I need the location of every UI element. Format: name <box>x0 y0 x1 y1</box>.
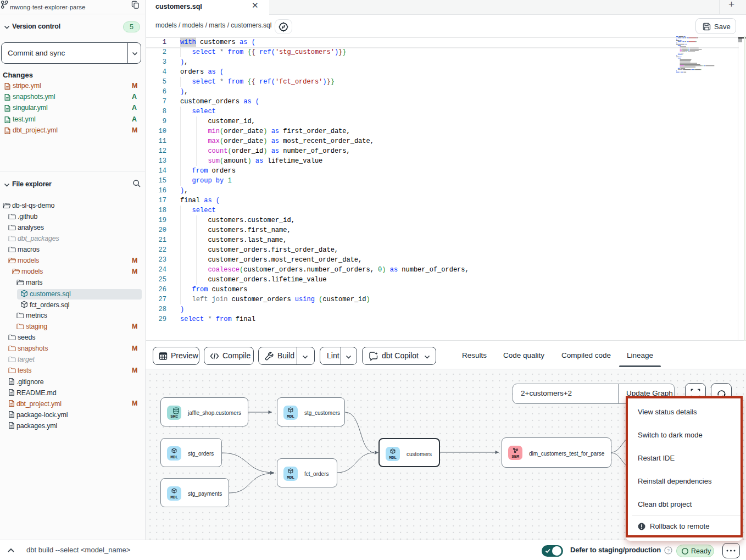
svg-text:?: ? <box>667 548 670 553</box>
